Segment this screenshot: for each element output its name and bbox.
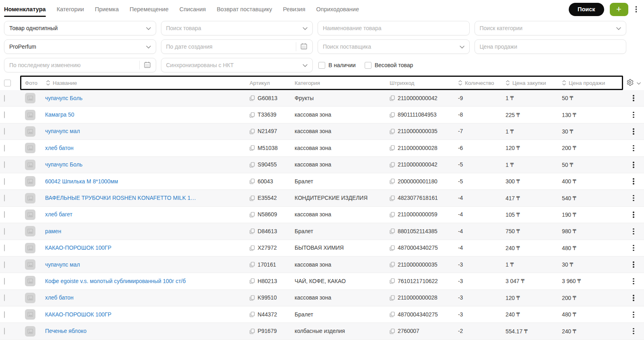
sort-icon[interactable] — [506, 80, 510, 86]
copy-icon[interactable] — [390, 195, 395, 201]
copy-icon[interactable] — [390, 312, 395, 317]
row-checkbox[interactable] — [4, 211, 20, 218]
row-checkbox[interactable] — [4, 95, 20, 101]
copy-icon[interactable] — [250, 295, 255, 301]
row-checkbox[interactable] — [4, 278, 20, 284]
row-checkbox[interactable] — [4, 328, 20, 334]
row-checkbox[interactable] — [4, 228, 20, 234]
header-name[interactable]: Название — [45, 80, 250, 86]
product-name-link[interactable]: Камагра 50 — [45, 112, 250, 118]
tab-reviziya[interactable]: Ревизия — [283, 0, 305, 18]
copy-icon[interactable] — [390, 262, 395, 267]
product-name-link[interactable]: чупачупс Боль — [45, 162, 250, 168]
copy-icon[interactable] — [250, 245, 255, 251]
row-actions-menu[interactable] — [623, 110, 644, 120]
product-search-select[interactable]: Поиск товара — [161, 21, 313, 35]
row-actions-menu[interactable] — [623, 310, 644, 320]
tab-peremeshchenie[interactable]: Перемещение — [130, 0, 169, 18]
sale-price-input[interactable]: Цена продажи — [475, 39, 627, 54]
product-name-link[interactable]: Печенье яблоко — [45, 328, 250, 334]
creation-date-input[interactable]: По дате создания — [161, 39, 313, 54]
row-checkbox[interactable] — [4, 162, 20, 168]
weight-product-checkbox[interactable]: Весовой товар — [365, 62, 413, 69]
row-actions-menu[interactable] — [623, 93, 644, 103]
copy-icon[interactable] — [250, 312, 255, 317]
search-button[interactable]: Поиск — [569, 3, 604, 16]
product-name-link[interactable]: чупачупс мал — [45, 262, 250, 268]
copy-icon[interactable] — [250, 162, 255, 168]
copy-icon[interactable] — [390, 329, 395, 334]
copy-icon[interactable] — [250, 179, 255, 184]
copy-icon[interactable] — [250, 262, 255, 267]
calendar-icon[interactable] — [300, 43, 308, 51]
copy-icon[interactable] — [390, 129, 395, 134]
row-checkbox[interactable] — [4, 145, 20, 151]
row-actions-menu[interactable] — [623, 260, 644, 269]
row-actions-menu[interactable] — [623, 160, 644, 170]
calendar-icon[interactable] — [144, 61, 151, 70]
copy-icon[interactable] — [250, 329, 255, 334]
tab-kategorii[interactable]: Категории — [57, 0, 84, 18]
row-actions-menu[interactable] — [623, 144, 644, 153]
product-name-link[interactable]: хлеб багет — [45, 211, 250, 218]
row-actions-menu[interactable] — [623, 326, 644, 336]
in-stock-checkbox[interactable]: В наличии — [318, 62, 356, 69]
column-settings-button[interactable] — [623, 79, 644, 87]
row-actions-menu[interactable] — [623, 227, 644, 236]
row-actions-menu[interactable] — [623, 293, 644, 303]
copy-icon[interactable] — [390, 212, 395, 218]
product-name-link[interactable]: ВАФЕЛЬНЫЕ ТРУБОЧКИ ROSHEN KONAFETTO MILK… — [45, 195, 250, 201]
row-actions-menu[interactable] — [623, 277, 644, 286]
sort-icon[interactable] — [46, 80, 50, 86]
product-name-link[interactable]: хлеб батон — [45, 295, 250, 301]
copy-icon[interactable] — [250, 278, 255, 284]
product-name-link[interactable]: 60042 Шпилька М 8*1000мм — [45, 179, 250, 185]
row-checkbox[interactable] — [4, 112, 20, 118]
row-actions-menu[interactable] — [623, 177, 644, 186]
product-name-link[interactable]: чупачупс мал — [45, 128, 250, 134]
row-checkbox[interactable] — [4, 195, 20, 201]
product-name-link[interactable]: КАКАО-ПОРОШОК 100ГР — [45, 245, 250, 251]
copy-icon[interactable] — [250, 145, 255, 151]
copy-icon[interactable] — [250, 212, 255, 218]
product-name-link[interactable]: чупачупс Боль — [45, 95, 250, 101]
tab-oprihodovanie[interactable]: Оприходование — [316, 0, 359, 18]
row-actions-menu[interactable] — [623, 193, 644, 203]
category-search-select[interactable]: Поиск категории — [475, 21, 627, 35]
row-checkbox[interactable] — [4, 128, 20, 134]
product-name-link[interactable]: КАКАО-ПОРОШОК 100ГР — [45, 312, 250, 318]
nkt-sync-select[interactable]: Синхронизированы с НКТ — [161, 58, 313, 72]
sort-icon[interactable] — [458, 80, 462, 86]
tab-priemka[interactable]: Приемка — [95, 0, 119, 18]
product-name-link[interactable]: Кофе egoiste v.s. молотый сублимированны… — [45, 278, 250, 284]
copy-icon[interactable] — [390, 278, 395, 284]
copy-icon[interactable] — [390, 95, 395, 101]
copy-icon[interactable] — [250, 195, 255, 201]
copy-icon[interactable] — [390, 295, 395, 301]
more-options-icon[interactable] — [634, 4, 639, 14]
copy-icon[interactable] — [250, 228, 255, 234]
header-quantity[interactable]: Количество — [458, 80, 506, 86]
row-checkbox[interactable] — [4, 312, 20, 318]
row-checkbox[interactable] — [4, 295, 20, 301]
row-actions-menu[interactable] — [623, 243, 644, 253]
row-checkbox[interactable] — [4, 262, 20, 268]
row-checkbox[interactable] — [4, 245, 20, 251]
last-modified-input[interactable]: По последнему изменению — [4, 58, 156, 72]
copy-icon[interactable] — [250, 112, 255, 118]
product-name-input[interactable]: Наименование товара — [318, 21, 470, 35]
copy-icon[interactable] — [390, 179, 395, 184]
copy-icon[interactable] — [390, 112, 395, 118]
copy-icon[interactable] — [390, 228, 395, 234]
supplier-search-select[interactable]: Поиск поставщика — [318, 39, 470, 54]
row-actions-menu[interactable] — [623, 210, 644, 220]
row-checkbox[interactable] — [4, 179, 20, 185]
row-actions-menu[interactable] — [623, 127, 644, 136]
copy-icon[interactable] — [390, 245, 395, 251]
copy-icon[interactable] — [390, 145, 395, 151]
tab-spisaniya[interactable]: Списания — [180, 0, 206, 18]
product-name-link[interactable]: хлеб батон — [45, 145, 250, 151]
copy-icon[interactable] — [390, 162, 395, 168]
select-all-checkbox[interactable] — [4, 80, 20, 86]
tab-nomenklatura[interactable]: Номенклатура — [4, 0, 46, 18]
